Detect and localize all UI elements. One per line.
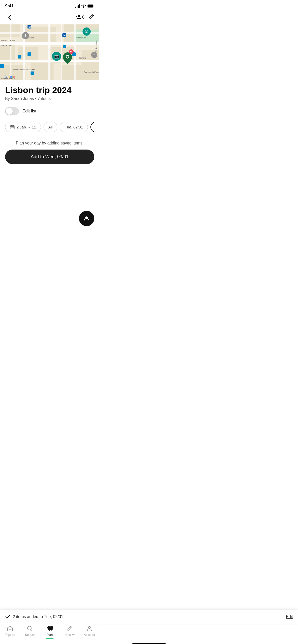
svg-text:📷: 📷	[54, 54, 59, 59]
header-actions: 0	[75, 14, 94, 21]
svg-text:BAIRRO ALTO: BAIRRO ALTO	[1, 39, 15, 41]
svg-rect-18	[48, 24, 50, 80]
svg-text:Elevador de Santa Justa: Elevador de Santa Justa	[13, 68, 35, 71]
svg-rect-61	[11, 125, 11, 126]
svg-rect-21	[61, 24, 62, 80]
svg-rect-60	[10, 126, 14, 129]
svg-rect-1	[88, 5, 93, 8]
svg-text:✝: ✝	[93, 53, 95, 57]
add-to-day-button[interactable]: Add to Wed, 03/01	[5, 150, 94, 164]
floating-avatar-button[interactable]	[79, 211, 94, 226]
status-time: 9:41	[5, 4, 14, 9]
svg-text:M: M	[63, 34, 65, 37]
svg-rect-46	[31, 71, 34, 75]
add-person-count: 0	[82, 15, 85, 20]
back-button[interactable]	[5, 13, 14, 22]
plan-section: Plan your day by adding saved items. Add…	[5, 141, 94, 170]
svg-rect-20	[10, 24, 11, 80]
svg-text:Sé de Lisboa: Sé de Lisboa	[95, 40, 97, 52]
calendar-icon	[10, 125, 15, 129]
trip-subtitle: By Sarah Jonas • 7 items	[5, 96, 94, 101]
svg-rect-45	[28, 52, 31, 56]
svg-text:M: M	[29, 25, 31, 28]
status-bar: 9:41	[0, 0, 99, 11]
status-icons	[75, 4, 94, 8]
date-chip-tue-label: Tue, 02/01	[65, 125, 83, 129]
date-filters: 2 Jan → 11 All Tue, 02/01 Wed, 03/01	[5, 122, 94, 133]
date-chip-tue[interactable]: Tue, 02/01	[60, 122, 88, 132]
svg-rect-62	[13, 125, 13, 126]
svg-text:Terreiro do Paço: Terreiro do Paço	[84, 71, 99, 73]
svg-rect-65	[13, 127, 13, 128]
svg-text:🏛: 🏛	[85, 30, 88, 34]
edit-list-label: Edit list	[22, 109, 36, 114]
toggle-thumb	[6, 108, 13, 115]
svg-rect-44	[18, 55, 21, 58]
date-chip-wed[interactable]: Wed, 03/01	[90, 122, 94, 132]
svg-rect-42	[63, 45, 66, 48]
svg-text:Rossio: Rossio	[28, 37, 34, 39]
plan-hint: Plan your day by adding saved items.	[5, 141, 94, 145]
date-chip-range-label: 2 Jan → 11	[17, 125, 36, 129]
date-chip-range[interactable]: 2 Jan → 11	[5, 122, 41, 132]
svg-rect-6	[0, 45, 15, 63]
svg-text:Elevador da Bica: Elevador da Bica	[1, 78, 15, 79]
edit-list-row: Edit list	[5, 107, 94, 115]
header: 0	[0, 11, 99, 24]
svg-text:ALFAM: ALFAM	[79, 57, 86, 59]
svg-rect-41	[0, 64, 4, 68]
wifi-icon	[82, 5, 86, 8]
svg-text:✝: ✝	[24, 34, 27, 38]
svg-text:São Roque: São Roque	[1, 44, 12, 47]
svg-text:♥: ♥	[70, 50, 72, 53]
trip-title: Lisbon trip 2024	[5, 85, 94, 95]
edit-list-toggle[interactable]	[5, 107, 19, 115]
date-chip-all-label: All	[48, 125, 53, 129]
map[interactable]: G o o g l e São Roque BAIRRO ALTO Rossio…	[0, 24, 99, 80]
svg-rect-63	[11, 127, 11, 128]
signal-icon	[75, 4, 80, 8]
battery-icon	[87, 4, 94, 8]
date-chip-all[interactable]: All	[44, 122, 58, 132]
edit-button[interactable]	[89, 14, 94, 21]
svg-text:Castelo de S: Castelo de S	[76, 37, 88, 39]
avatar-icon	[83, 215, 90, 222]
add-person-button[interactable]: 0	[75, 14, 85, 20]
svg-point-57	[66, 56, 69, 58]
svg-rect-4	[25, 27, 56, 42]
svg-rect-64	[12, 127, 12, 128]
